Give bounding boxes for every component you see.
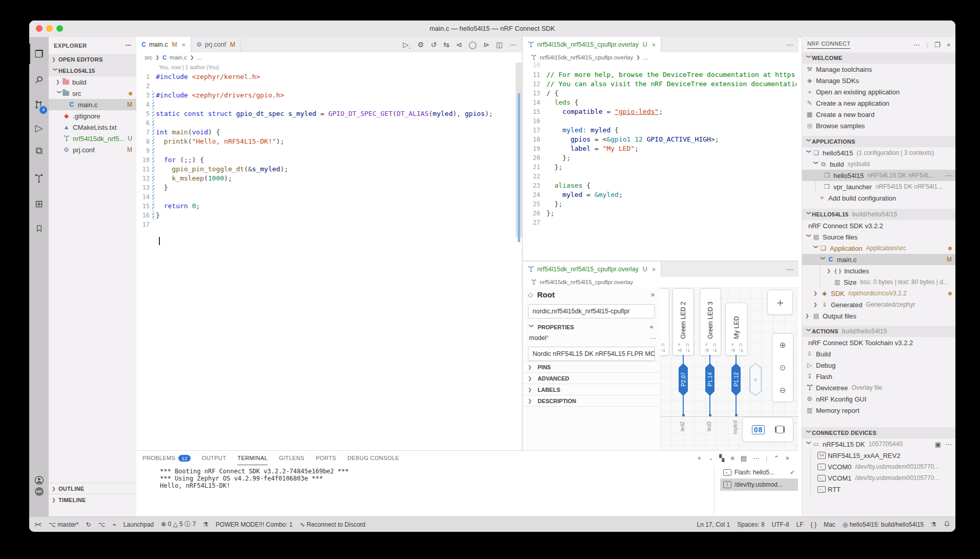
source-files-row[interactable]: ❯▤Source files [802,231,955,243]
code-line[interactable]: 24 myled = &myled; [523,190,797,199]
config-more-icon[interactable]: ⋯ [945,172,952,179]
code-line[interactable]: 11// For more help, browse the DeviceTre… [523,70,797,79]
led-card-my-led[interactable]: My LED ⚡⊓◔0◔1 [725,303,748,356]
code-line[interactable]: 21 }; [523,163,797,172]
bookmarks-icon[interactable] [29,218,49,238]
build-config-vpr-launcher[interactable]: ❒vpr_launchernRF54l15 DK nRF54l1... [802,181,955,192]
tree-item-cmake[interactable]: ▲CMakeLists.txt [49,122,136,133]
remote-explorer-icon[interactable]: ⧉ [29,141,49,161]
code-line[interactable]: 18 gpios = <&gpio1 12 GPIO_ACTIVE_HIGH>; [523,135,797,144]
tab-mainc[interactable]: C main.cM × [136,37,191,52]
code-line[interactable]: 5static const struct gpio_dt_spec s_myle… [136,109,514,118]
connected-devices-section[interactable]: ❯CONNECTED DEVICES [802,427,955,438]
properties-section[interactable]: ❯PROPERTIES ＋ [523,322,660,332]
property-more-icon[interactable]: ⋯ [650,334,657,342]
zoom-out-icon[interactable]: ⊖ [780,386,786,395]
tab-output[interactable]: OUTPUT [202,451,227,465]
device-setup-icon[interactable]: ▣ [935,441,941,448]
tab-gitlens[interactable]: GITLENS [279,451,304,465]
list-terminals-icon[interactable]: ≡ [730,454,734,462]
labels-section[interactable]: ❯LABELS [523,384,660,395]
terminal-output[interactable]: *** Booting nRF Connect SDK v3.2.2-74845… [160,468,349,489]
code-line[interactable]: 10 [523,63,797,70]
action-memory-report[interactable]: ▥Memory report [802,405,955,416]
remote-indicator-icon[interactable]: >< [34,521,42,528]
code-line[interactable]: 17 myled: myled { [523,126,797,135]
welcome-manage-toolchains[interactable]: ⚒Manage toolchains [802,64,955,75]
device-more-icon[interactable]: ⋯ [945,441,952,448]
extensions-icon[interactable]: ⊞ [29,193,49,214]
actions-section[interactable]: ❯ACTIONSbuild/hello54l15 [802,326,955,337]
add-pin-hexagon[interactable]: ＋ [749,363,762,396]
run-debug-icon[interactable]: ▷ [29,117,49,138]
device-dk-row[interactable]: ❯▭nRF54L15 DK1057705440▣⋯ [802,438,955,450]
encoding[interactable]: UTF-8 [772,521,789,528]
build-target[interactable]: ◎ hello54l15: build/hello54l15 [843,521,924,528]
code-editor-main[interactable]: You, now | 1 author (You) 1#include <zep… [136,63,514,450]
maximize-panel-icon[interactable]: ⌃ [774,454,780,462]
os-indicator[interactable]: Mac [824,521,835,528]
outline-section[interactable]: ❯OUTLINE [49,483,136,494]
code-line[interactable]: 1#include <zephyr/kernel.h> [136,72,514,82]
expand-icon[interactable]: ❐ [934,41,941,49]
settings-gear-icon[interactable]: ⚙ [418,41,424,49]
close-tab-icon[interactable]: × [652,266,656,273]
tab-ports[interactable]: PORTS [316,451,336,465]
led-card-partial[interactable]: ⚡⊓◔0◔1 [660,288,669,356]
breadcrumb[interactable]: src❯ C main.c❯ ... [136,52,522,63]
welcome-open-application[interactable]: ＋Open an existing application [802,86,955,97]
welcome-create-application[interactable]: ✎Create a new application [802,97,955,109]
code-line[interactable]: 11 gpio_pin_toggle_dt(&s_myled); [136,165,514,174]
app-hello54l15[interactable]: ❯❏hello54l15(1 configuration | 3 context… [802,147,955,158]
code-line[interactable]: 3#include <zephyr/drivers/gpio.h> [136,91,514,100]
code-line[interactable]: 13/ { [523,89,797,98]
device-chip-row[interactable]: 54NRF54L15_xxAA_REV2 [802,450,955,461]
mainc-row[interactable]: ❯Cmain.cM [802,254,955,265]
close-icon[interactable]: × [650,290,655,299]
model-input[interactable]: Nordic nRF54L15 DK nRF54L15 FLPR MC [528,347,655,361]
sdk-row[interactable]: ❯◈SDK/opt/nordic/ncs/v3.2.2 [802,288,955,299]
back-icon[interactable]: ⊲ [456,41,462,49]
add-property-icon[interactable]: ＋ [648,323,655,332]
branch-indicator[interactable]: ⌥ master* [49,521,79,528]
code-line[interactable]: 15 return 0; [136,202,514,211]
breadcrumb[interactable]: nrf54l15dk_nrf54l15_cpuflpr.overlay [523,277,799,287]
code-line[interactable]: 23 aliases { [523,181,797,190]
code-line[interactable]: 9 [136,146,514,155]
source-control-icon[interactable]: 4 [29,94,49,115]
explorer-more-icon[interactable]: ⋯ [126,42,132,49]
breadcrumb[interactable]: nrf54l15dk_nrf54l15_cpuflpr.overlay❯... [523,52,799,63]
pin-badge-p2-07[interactable]: P2.07 [679,363,688,396]
action-flash[interactable]: ↧Flash [802,371,955,382]
code-line[interactable]: 12// You can also visit the nRF DeviceTr… [523,79,797,89]
pin-badge-p1-14[interactable]: P1.14 [705,363,714,396]
code-line[interactable]: 20 }; [523,153,797,163]
more-actions-icon[interactable]: ⋯ [753,454,760,462]
code-line[interactable]: 22 [523,172,797,181]
application-row[interactable]: ❯❏ApplicationApplication/src [802,243,955,254]
language-mode[interactable]: { } [811,521,816,528]
applications-section[interactable]: ❯APPLICATIONS [802,136,955,147]
save-layout-icon[interactable]: ▤ [741,454,747,462]
code-line[interactable]: 2 [136,82,514,91]
project-section[interactable]: ❯HELLO54L15 [49,65,136,76]
explorer-icon[interactable]: ❐ [29,44,49,64]
discord-item[interactable]: ∿ Reconnect to Discord [300,521,365,528]
profile-badge[interactable]: NR [29,481,49,502]
build-config-hello54l15[interactable]: ❒hello54l15nRF54L15 DK nRF54L...⋯ [802,170,955,181]
overview-ruler[interactable] [516,63,522,450]
details-section[interactable]: ❯HELLO54L15build/hello54l15 [802,209,955,220]
app-build-folder[interactable]: ❯⧉buildsysbuild [802,158,955,170]
split-terminal-icon[interactable]: ▚ [719,454,724,462]
pin-badge-p1-12[interactable]: P1.12 [731,363,741,396]
code-editor-overlay[interactable]: 1011// For more help, browse the DeviceT… [523,63,797,262]
nrf-connect-icon[interactable] [29,168,49,188]
new-terminal-icon[interactable]: ＋ [696,453,703,463]
tree-item-overlay[interactable]: nrf54l15dk_nrf5...U [49,133,136,144]
pins-view-icon[interactable]: 08 [752,425,765,434]
open-editors-section[interactable]: ❯OPEN EDITORS [49,54,136,65]
tree-item-prjconf[interactable]: ⚙prj.confM [49,144,136,155]
code-line[interactable]: 13 } [136,183,514,192]
close-tab-icon[interactable]: × [652,41,656,49]
tab-terminal[interactable]: TERMINAL [237,451,268,465]
